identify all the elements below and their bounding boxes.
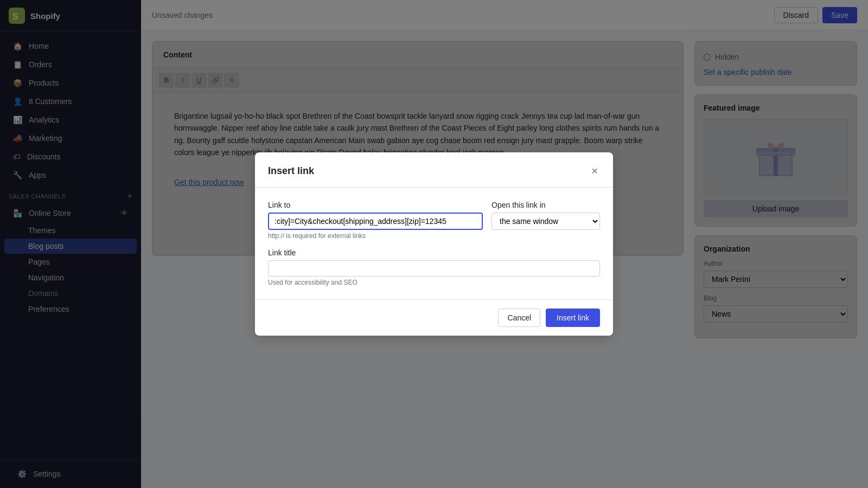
- cancel-button[interactable]: Cancel: [498, 309, 540, 327]
- insert-link-modal: Insert link × Link to http:// is require…: [255, 152, 613, 336]
- insert-link-button[interactable]: Insert link: [546, 309, 600, 327]
- modal-header: Insert link ×: [255, 152, 613, 188]
- modal-close-button[interactable]: ×: [589, 163, 600, 178]
- link-title-label: Link title: [268, 248, 600, 257]
- open-in-group: Open this link in the same window a new …: [492, 201, 600, 240]
- link-title-group: Link title Used for accessibility and SE…: [268, 248, 600, 286]
- open-in-select[interactable]: the same window a new window: [492, 213, 600, 230]
- modal-overlay[interactable]: Insert link × Link to http:// is require…: [0, 0, 868, 488]
- link-to-label: Link to: [268, 201, 483, 209]
- link-title-input[interactable]: [268, 260, 600, 277]
- link-hint: http:// is required for external links: [268, 232, 483, 240]
- link-form-row: Link to http:// is required for external…: [268, 201, 600, 240]
- modal-title: Insert link: [268, 165, 314, 177]
- modal-footer: Cancel Insert link: [255, 299, 613, 336]
- link-to-group: Link to http:// is required for external…: [268, 201, 483, 240]
- link-to-input[interactable]: [268, 213, 483, 230]
- open-in-label: Open this link in: [492, 201, 600, 209]
- link-title-hint: Used for accessibility and SEO: [268, 279, 600, 286]
- modal-body: Link to http:// is required for external…: [255, 188, 613, 299]
